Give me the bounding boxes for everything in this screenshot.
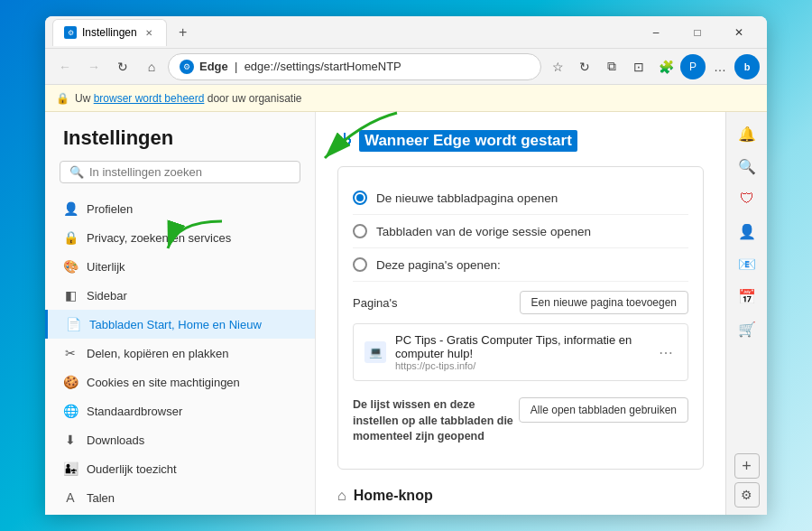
sidebar-label-sidebar: Sidebar [87, 289, 127, 303]
sidebar-item-uiterlijk[interactable]: 🎨 Uiterlijk [45, 252, 315, 281]
new-tab-label: De nieuwe tabbladpagina openen [376, 191, 558, 205]
notifications-icon[interactable]: 🔔 [733, 119, 761, 148]
extensions-button[interactable]: 🧩 [653, 54, 678, 79]
favorites-button[interactable]: ☆ [545, 54, 570, 79]
startup-section-header: ⏻ Wanneer Edge wordt gestart [337, 130, 704, 152]
info-bar: 🔒 Uw browser wordt beheerd door uw organ… [45, 85, 767, 112]
home-section: ⌂ Home-knop Knop Start op de werkbalk we… [337, 488, 704, 516]
browser-tab[interactable]: ⚙ Instellingen ✕ [52, 19, 167, 46]
close-button[interactable]: ✕ [718, 16, 760, 49]
search-input[interactable] [89, 165, 291, 179]
sidebar-item-privacy[interactable]: 🔒 Privacy, zoeken en services [45, 223, 315, 252]
home-title: Home-knop [354, 488, 433, 504]
action-text: De lijst wissen en deze instellen op all… [353, 397, 519, 445]
page-item: 💻 PC Tips - Gratis Computer Tips, inform… [353, 323, 688, 381]
sidebar-item-downloads[interactable]: ⬇ Downloads [45, 425, 315, 454]
forward-button[interactable]: → [81, 54, 106, 79]
minimize-button[interactable]: – [635, 16, 677, 49]
sidebar-item-profielen[interactable]: 👤 Profielen [45, 194, 315, 223]
sidebar-label-ouderlijk: Ouderlijk toezicht [87, 462, 177, 476]
browser-window: ⚙ Instellingen ✕ + – □ ✕ ← → ↻ ⌂ ⚙ Edge … [45, 16, 767, 515]
address-prefix: Edge | edge://settings/startHomeNTP [199, 60, 401, 73]
tab-favicon: ⚙ [64, 26, 77, 39]
calendar-icon[interactable]: 📅 [733, 282, 761, 311]
new-tab-option[interactable]: De nieuwe tabbladpagina openen [353, 182, 688, 215]
security-sidebar-icon[interactable]: 🛡 [733, 184, 761, 213]
sidebar-item-ouderlijk[interactable]: 👨‍👧 Ouderlijk toezicht [45, 454, 315, 483]
default-browser-icon: 🌐 [63, 404, 78, 418]
refresh-button[interactable]: ↻ [110, 54, 135, 79]
downloads-icon: ⬇ [63, 433, 78, 447]
sidebar-label-downloads: Downloads [87, 433, 144, 447]
sidebar-label-profielen: Profielen [87, 202, 133, 216]
title-bar-left: ⚙ Instellingen ✕ + [52, 19, 196, 46]
outlook-icon[interactable]: 📧 [733, 249, 761, 278]
more-button[interactable]: … [707, 54, 733, 79]
new-tab-radio[interactable] [353, 191, 367, 205]
appearance-icon: 🎨 [63, 259, 78, 274]
sidebar-label-cookies: Cookies en site machtigingen [87, 376, 240, 389]
title-bar: ⚙ Instellingen ✕ + – □ ✕ [45, 16, 767, 49]
profile-sidebar-icon[interactable]: 👤 [733, 217, 761, 246]
split-button[interactable]: ⧉ [599, 54, 624, 79]
shop-icon[interactable]: 🛒 [733, 314, 761, 343]
startup-settings-card: De nieuwe tabbladpagina openen Tabbladen… [337, 166, 704, 470]
collections-button[interactable]: ↻ [572, 54, 597, 79]
tab-title: Instellingen [82, 26, 137, 39]
startup-section-title: Wanneer Edge wordt gestart [359, 130, 577, 152]
page-more-button[interactable]: ⋯ [655, 342, 677, 363]
page-title: PC Tips - Gratis Computer Tips, informat… [395, 333, 646, 360]
sidebar-label-talen: Talen [87, 491, 115, 505]
tab-close-button[interactable]: ✕ [143, 26, 155, 39]
toolbar: ← → ↻ ⌂ ⚙ Edge | edge://settings/startHo… [45, 49, 767, 85]
sidebar-item-talen[interactable]: A Talen [45, 483, 315, 512]
sidebar-toggle-button[interactable]: ⊡ [626, 54, 651, 79]
home-section-header: ⌂ Home-knop [337, 488, 704, 504]
home-icon: ⌂ [337, 488, 346, 504]
sidebar-label-delen: Delen, kopiëren en plakken [87, 347, 229, 360]
search-box[interactable]: 🔍 [60, 161, 300, 183]
settings-title: Instellingen [45, 126, 315, 161]
parental-icon: 👨‍👧 [63, 461, 78, 476]
home-button[interactable]: ⌂ [139, 54, 164, 79]
new-tab-button[interactable]: + [171, 20, 196, 45]
settings-sidebar: Instellingen 🔍 👤 Profielen 🔒 Privacy, zo… [45, 112, 316, 515]
maximize-button[interactable]: □ [677, 16, 718, 49]
use-open-tabs-button[interactable]: Alle open tabbladen gebruiken [519, 397, 688, 423]
prev-session-radio[interactable] [353, 224, 367, 238]
address-favicon: ⚙ [180, 60, 194, 74]
add-page-button[interactable]: Een nieuwe pagina toevoegen [520, 291, 688, 314]
sidebar-item-tabs[interactable]: 📄 Tabbladen Start, Home en Nieuw [45, 310, 315, 339]
open-pages-radio[interactable] [353, 257, 367, 272]
settings-main: ⏻ Wanneer Edge wordt gestart De nieuwe t… [316, 112, 725, 515]
open-pages-option[interactable]: Deze pagina's openen: [353, 248, 688, 282]
sidebar-item-sidebar[interactable]: ◧ Sidebar [45, 281, 315, 310]
pages-section: Pagina's Een nieuwe pagina toevoegen 💻 P… [353, 282, 688, 454]
search-icon: 🔍 [69, 165, 84, 179]
page-url: https://pc-tips.info/ [395, 360, 646, 371]
sidebar-item-printers[interactable]: 🖨 Printers [45, 512, 315, 515]
share-icon: ✂ [63, 346, 78, 360]
search-sidebar-icon[interactable]: 🔍 [733, 152, 761, 181]
sidebar-item-cookies[interactable]: 🍪 Cookies en site machtigingen [45, 368, 315, 396]
prev-session-option[interactable]: Tabbladen van de vorige sessie openen [353, 215, 688, 248]
sidebar-label-standaard: Standaardbrowser [87, 405, 182, 418]
managed-link[interactable]: browser wordt beheerd [94, 92, 205, 105]
languages-icon: A [63, 490, 78, 505]
bing-button[interactable]: b [734, 54, 760, 79]
sidebar-item-delen[interactable]: ✂ Delen, kopiëren en plakken [45, 339, 315, 368]
back-button[interactable]: ← [52, 54, 78, 79]
sidebar-item-standaard[interactable]: 🌐 Standaardbrowser [45, 396, 315, 425]
action-row: De lijst wissen en deze instellen op all… [353, 388, 688, 445]
tabs-icon: 📄 [66, 317, 80, 331]
profile-button[interactable]: P [680, 54, 706, 79]
content-area: Instellingen 🔍 👤 Profielen 🔒 Privacy, zo… [45, 112, 767, 515]
address-bar[interactable]: ⚙ Edge | edge://settings/startHomeNTP [168, 53, 541, 80]
page-favicon: 💻 [364, 341, 386, 363]
sidebar-label-uiterlijk: Uiterlijk [87, 260, 125, 274]
page-info: PC Tips - Gratis Computer Tips, informat… [395, 333, 646, 371]
prev-session-label: Tabbladen van de vorige sessie openen [376, 225, 591, 238]
profile-icon: 👤 [63, 201, 78, 216]
settings-panel-button[interactable]: ⚙ [734, 482, 760, 508]
add-panel-button[interactable]: + [734, 453, 760, 479]
